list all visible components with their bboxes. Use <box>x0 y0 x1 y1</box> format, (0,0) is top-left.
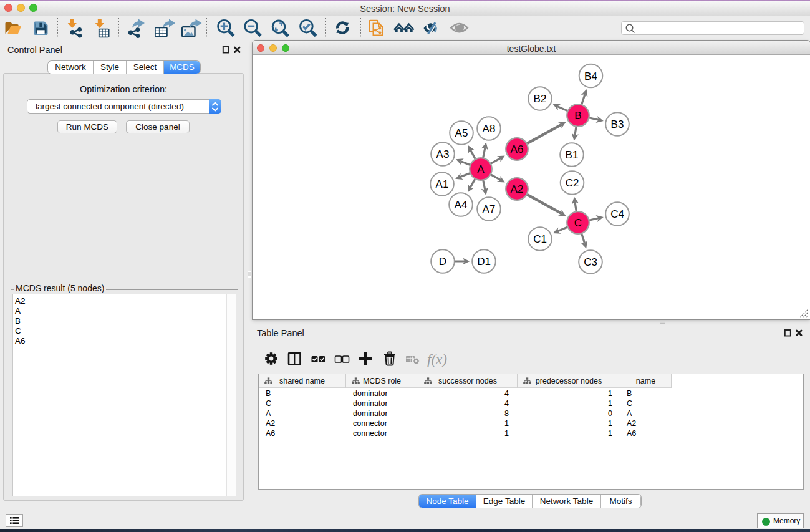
svg-text:B4: B4 <box>584 70 597 82</box>
svg-text:A1: A1 <box>436 178 449 190</box>
svg-text:A: A <box>477 163 485 175</box>
svg-text:B3: B3 <box>611 118 624 130</box>
svg-text:B2: B2 <box>534 93 547 105</box>
svg-text:f(x): f(x) <box>427 352 447 367</box>
svg-text:C2: C2 <box>566 177 579 189</box>
svg-text:D1: D1 <box>477 256 491 268</box>
svg-text:C: C <box>574 217 582 229</box>
svg-text:A7: A7 <box>483 203 496 215</box>
svg-text:A4: A4 <box>455 199 468 211</box>
svg-text:A5: A5 <box>455 127 468 139</box>
svg-text:D: D <box>439 256 446 268</box>
svg-text:C3: C3 <box>584 256 597 268</box>
svg-text:A2: A2 <box>511 183 524 195</box>
svg-text:C1: C1 <box>533 233 547 245</box>
svg-text:C4: C4 <box>610 208 624 220</box>
svg-text:A6: A6 <box>511 143 524 155</box>
svg-text:A3: A3 <box>436 148 450 160</box>
svg-text:A8: A8 <box>483 123 496 135</box>
svg-text:B: B <box>574 110 581 122</box>
svg-text:B1: B1 <box>566 149 579 161</box>
